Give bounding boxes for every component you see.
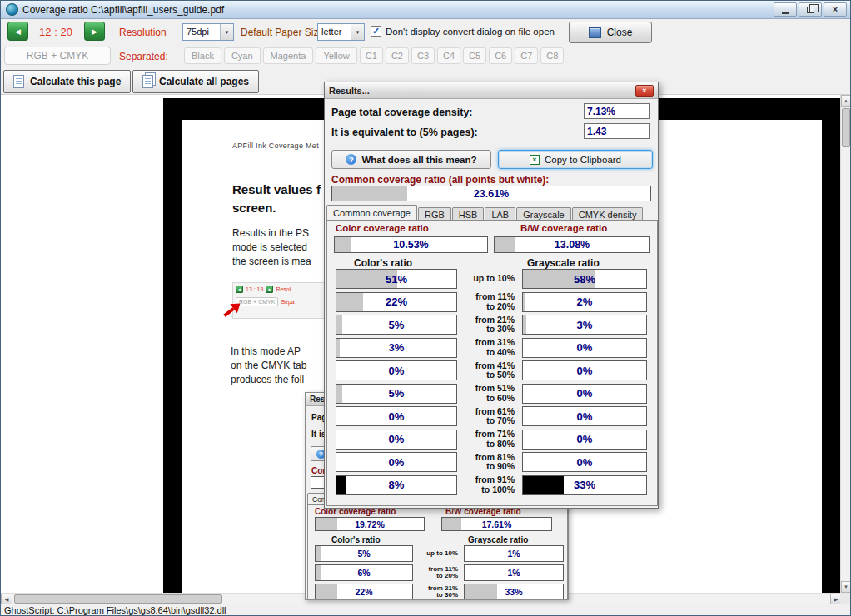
minimize-icon <box>782 12 789 14</box>
color-bar: 22% <box>336 292 457 312</box>
range-label: up to 10% <box>413 550 461 558</box>
app-icon <box>6 3 18 16</box>
tab-cmyk-density[interactable]: CMYK density <box>572 207 644 220</box>
color-bar: 0% <box>336 430 457 450</box>
common-coverage-panel: Color coverage ratio B/W coverage ratio … <box>326 220 658 506</box>
horizontal-scroll-thumb[interactable] <box>14 594 222 604</box>
close-icon: × <box>833 5 838 14</box>
ratio-row: 5% up to 10% 1% <box>315 545 567 562</box>
channel-c8-button[interactable]: C8 <box>540 47 564 64</box>
mini-page-indicator: 13 : 13 <box>246 286 263 292</box>
maximize-button[interactable] <box>799 2 822 17</box>
pdf-page-header: APFill Ink Coverage Met <box>232 142 319 150</box>
paper-size-select[interactable]: letter ▼ <box>317 23 365 41</box>
channel-magenta-button[interactable]: Magenta <box>263 47 314 64</box>
density-value-field[interactable]: 7.13% <box>584 103 650 119</box>
vertical-scrollbar[interactable]: ▲ ▼ <box>840 95 850 593</box>
grayscale-ratio-header: Grayscale ratio <box>527 257 600 269</box>
color-ratio-label: Color coverage ratio <box>336 223 429 233</box>
convert-dialog-checkbox-label[interactable]: Don't display convert dialog on file ope… <box>386 27 555 37</box>
range-label: from 41%to 50% <box>457 361 519 380</box>
channel-c7-button[interactable]: C7 <box>515 47 538 64</box>
bg-colors-ratio-header: Color's ratio <box>331 535 381 544</box>
channel-cyan-button[interactable]: Cyan <box>224 47 261 64</box>
color-bar: 22% <box>315 584 413 600</box>
channel-c5-button[interactable]: C5 <box>463 47 486 64</box>
down-arrow-icon: ▼ <box>844 584 849 589</box>
channel-c3-button[interactable]: C3 <box>411 47 435 64</box>
channel-buttons: Black Cyan Magenta Yellow C1 C2 C3 C4 C5… <box>184 47 564 64</box>
tab-hsb[interactable]: HSB <box>452 207 485 220</box>
scroll-up-button[interactable]: ▲ <box>841 95 851 107</box>
bg-color-ratio-bar: 19.72% <box>315 517 425 531</box>
grayscale-bar: 33% <box>522 475 647 495</box>
resolution-select[interactable]: 75dpi ▼ <box>182 23 234 41</box>
grayscale-bar: 3% <box>522 315 647 335</box>
bg-ratio-rows: 5% up to 10% 1% 6% from 11%to 20% 1% 22%… <box>308 545 567 600</box>
ratio-row: 22% from 21%to 30% 33% <box>315 584 567 600</box>
copy-to-clipboard-button[interactable]: × Copy to Clipboard <box>498 150 653 169</box>
channel-c6-button[interactable]: C6 <box>489 47 512 64</box>
bg-bw-ratio-bar: 17.61% <box>441 517 552 531</box>
chevron-down-icon[interactable]: ▼ <box>351 24 364 40</box>
channel-black-button[interactable]: Black <box>184 47 221 64</box>
range-label: from 21%to 30% <box>457 315 519 335</box>
calculate-all-label: Calculate all pages <box>159 76 249 87</box>
channel-yellow-button[interactable]: Yellow <box>316 47 356 64</box>
tab-common-coverage[interactable]: Common coverage <box>326 205 417 220</box>
mini-resolution-label: Resol <box>276 286 291 292</box>
color-bar: 0% <box>336 452 457 472</box>
close-file-button[interactable]: Close <box>569 22 652 43</box>
channel-c1-button[interactable]: C1 <box>360 47 383 64</box>
help-button-label: What does all this mean? <box>361 155 476 165</box>
tab-lab[interactable]: LAB <box>485 207 515 220</box>
window-title: Coverage ratio C:\apfill\apfill_users_gu… <box>22 4 774 16</box>
ratio-row: 0% from 41%to 50% 0% <box>336 360 657 380</box>
rgb-cmyk-mode-button[interactable]: RGB + CMYK <box>4 47 111 65</box>
previous-page-button[interactable]: ◀ <box>7 22 28 41</box>
range-label: up to 10% <box>457 274 519 284</box>
multiple-pages-icon <box>142 75 153 88</box>
results-dialog[interactable]: Results... × Page total coverage density… <box>324 82 659 509</box>
title-bar[interactable]: Coverage ratio C:\apfill\apfill_users_gu… <box>1 1 850 19</box>
calculate-this-page-button[interactable]: Calculate this page <box>3 70 131 93</box>
copy-button-label: Copy to Clipboard <box>545 155 621 165</box>
bg-grayscale-ratio-header: Grayscale ratio <box>468 535 528 544</box>
channel-c2-button[interactable]: C2 <box>386 47 409 64</box>
channel-c4-button[interactable]: C4 <box>437 47 460 64</box>
mini-separated-label: Sepa <box>281 299 294 305</box>
minimize-button[interactable] <box>774 2 797 17</box>
scroll-down-button[interactable]: ▼ <box>841 581 851 593</box>
grayscale-bar: 1% <box>464 564 564 581</box>
chevron-down-icon[interactable]: ▼ <box>220 24 233 40</box>
grayscale-bar: 0% <box>522 338 647 358</box>
help-button[interactable]: ? What does all this mean? <box>331 150 491 169</box>
ratio-row: 0% from 61%to 70% 0% <box>336 406 657 426</box>
calculate-page-label: Calculate this page <box>30 76 121 87</box>
ratio-row: 5% from 21%to 30% 3% <box>336 315 657 335</box>
close-window-button[interactable]: × <box>824 2 847 17</box>
common-coverage-label: Common coverage ratio (all points but wh… <box>331 174 549 186</box>
density-label: Page total coverage density: <box>331 107 473 118</box>
ratio-row: 3% from 31%to 40% 0% <box>336 338 657 358</box>
results-dialog-close-button[interactable]: × <box>635 85 654 97</box>
range-label: from 11%to 20% <box>457 292 519 311</box>
calculate-all-pages-button[interactable]: Calculate all pages <box>132 70 259 93</box>
bw-coverage-bar: 13.08% <box>494 236 650 253</box>
equivalent-label: It is equivalent to (5% pages): <box>331 127 478 138</box>
tab-grayscale[interactable]: Grayscale <box>516 207 571 220</box>
grayscale-bar: 0% <box>522 384 647 404</box>
forward-arrow-icon: ▶ <box>92 27 97 36</box>
convert-dialog-checkbox[interactable]: ✓ <box>371 26 381 37</box>
color-bar: 6% <box>315 564 413 581</box>
ratio-row: 0% from 71%to 80% 0% <box>336 430 657 450</box>
tab-rgb[interactable]: RGB <box>418 207 451 220</box>
app-window: Coverage ratio C:\apfill\apfill_users_gu… <box>0 0 851 616</box>
grayscale-bar: 1% <box>464 545 564 562</box>
color-bar: 5% <box>336 315 457 335</box>
equivalent-value-field[interactable]: 1.43 <box>584 123 650 139</box>
next-page-button[interactable]: ▶ <box>84 22 105 41</box>
vertical-scroll-thumb[interactable] <box>842 108 850 147</box>
results-dialog-title-bar[interactable]: Results... × <box>325 82 658 99</box>
page-indicator: 12 : 20 <box>28 26 83 38</box>
